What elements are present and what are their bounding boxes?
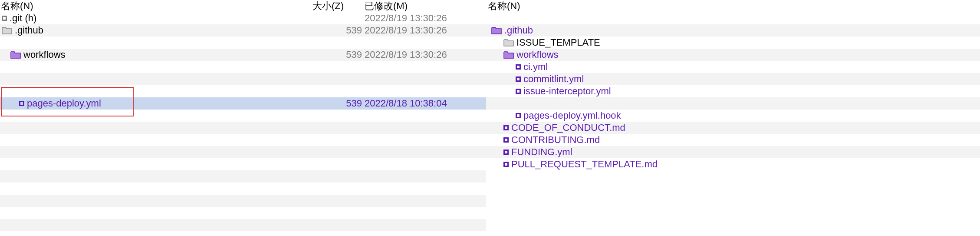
list-item[interactable]: workflows5392022/8/19 13:30:26: [0, 49, 486, 61]
left-rows: .git (h)2022/8/19 13:30:26.github5392022…: [0, 12, 486, 231]
tree-item[interactable]: PULL_REQUEST_TEMPLATE.md: [486, 158, 980, 170]
tree-item-label: issue-interceptor.yml: [523, 85, 611, 97]
list-spacer: [0, 219, 486, 231]
folder-icon: [2, 26, 12, 35]
file-icon: [516, 64, 521, 70]
right-panel: 名称(N) .githubISSUE_TEMPLATEworkflowsci.y…: [486, 0, 980, 236]
header-name[interactable]: 名称(N): [0, 0, 312, 12]
file-icon: [503, 162, 509, 167]
list-spacer: [0, 170, 486, 183]
left-header-row: 名称(N) 大小(Z) 已修改(M): [0, 0, 486, 12]
item-label: workflows: [23, 49, 66, 61]
item-label: .github: [15, 24, 43, 37]
tree-item[interactable]: ISSUE_TEMPLATE: [486, 37, 980, 49]
tree-item[interactable]: ci.yml: [486, 61, 980, 73]
folder-icon: [503, 50, 514, 59]
tree-item[interactable]: CODE_OF_CONDUCT.md: [486, 122, 980, 134]
list-spacer: [0, 207, 486, 219]
cell-size: 539: [312, 24, 365, 37]
list-spacer: [0, 183, 486, 195]
tree-spacer: [486, 97, 980, 110]
cell-name: workflows: [0, 49, 312, 61]
tree-item-label: commitlint.yml: [523, 73, 584, 85]
tree-item-label: CODE_OF_CONDUCT.md: [511, 122, 625, 134]
cell-modified: 2022/8/18 10:38:04: [365, 97, 473, 110]
header-name-right[interactable]: 名称(N): [486, 0, 520, 12]
tree-item[interactable]: .github: [486, 24, 980, 37]
cell-modified: 2022/8/19 13:30:26: [365, 24, 473, 37]
list-item[interactable]: .git (h)2022/8/19 13:30:26: [0, 12, 486, 24]
folder-icon: [491, 26, 502, 35]
tree-item-label: CONTRIBUTING.md: [511, 134, 600, 146]
cell-modified: 2022/8/19 13:30:26: [365, 49, 473, 61]
list-spacer: [0, 122, 486, 134]
list-spacer: [0, 73, 486, 85]
list-spacer: [0, 134, 486, 146]
highlight-rectangle: [1, 87, 134, 116]
left-panel: 名称(N) 大小(Z) 已修改(M) .git (h)2022/8/19 13:…: [0, 0, 486, 236]
tree-item[interactable]: issue-interceptor.yml: [486, 85, 980, 97]
tree-item-label: ISSUE_TEMPLATE: [516, 37, 600, 49]
tree-item-label: workflows: [516, 49, 559, 61]
list-spacer: [0, 61, 486, 73]
list-spacer: [0, 195, 486, 207]
tree-spacer: [486, 12, 980, 24]
header-size[interactable]: 大小(Z): [312, 0, 365, 12]
file-icon: [516, 76, 521, 82]
header-modified[interactable]: 已修改(M): [365, 0, 473, 12]
list-spacer: [0, 158, 486, 170]
tree-item-label: FUNDING.yml: [511, 146, 572, 158]
item-label: .git (h): [10, 12, 36, 24]
tree-item[interactable]: FUNDING.yml: [486, 146, 980, 158]
tree-item-label: pages-deploy.yml.hook: [523, 110, 621, 122]
cell-modified: 2022/8/19 13:30:26: [365, 12, 473, 24]
cell-name: .github: [0, 24, 312, 37]
tree-item-label: .github: [504, 24, 533, 37]
file-icon: [503, 150, 509, 155]
file-icon: [516, 89, 521, 94]
cell-name: .git (h): [0, 12, 312, 24]
tree-item[interactable]: commitlint.yml: [486, 73, 980, 85]
cell-size: 539: [312, 49, 365, 61]
tree-item-label: ci.yml: [523, 61, 548, 73]
tree-item[interactable]: pages-deploy.yml.hook: [486, 110, 980, 122]
right-header-row: 名称(N): [486, 0, 980, 12]
folder-icon: [10, 50, 21, 59]
list-item[interactable]: .github5392022/8/19 13:30:26: [0, 24, 486, 37]
folder-icon: [503, 38, 514, 47]
list-spacer: [0, 146, 486, 158]
cell-size: 539: [312, 97, 365, 110]
file-icon: [516, 113, 521, 118]
tree-item[interactable]: CONTRIBUTING.md: [486, 134, 980, 146]
right-rows: .githubISSUE_TEMPLATEworkflowsci.ymlcomm…: [486, 12, 980, 170]
file-icon: [503, 125, 509, 130]
file-icon: [503, 137, 509, 143]
file-icon: [2, 16, 7, 21]
tree-item-label: PULL_REQUEST_TEMPLATE.md: [511, 158, 658, 170]
tree-item[interactable]: workflows: [486, 49, 980, 61]
list-spacer: [0, 37, 486, 49]
